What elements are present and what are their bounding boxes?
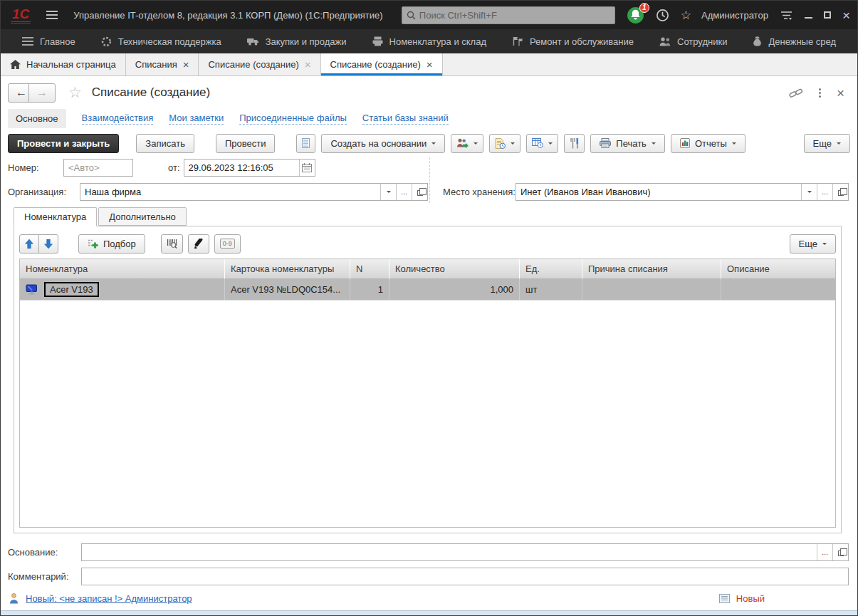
close-form-button[interactable]: × <box>837 86 844 100</box>
storage-dropdown-button[interactable] <box>801 184 817 200</box>
app-window: 1С Управление IT-отделом 8, редакция 3.1… <box>0 0 858 616</box>
menu-item-warehouse[interactable]: Номенклатура и склад <box>372 36 486 47</box>
col-header-reason[interactable]: Причина списания <box>582 259 721 279</box>
serial-numbers-button[interactable]: 0-9 <box>214 234 241 254</box>
menu-item-label: Главное <box>40 36 75 47</box>
menu-item-repair[interactable]: Ремонт и обслуживание <box>512 36 634 47</box>
print-button[interactable]: Печать <box>590 134 665 153</box>
history-button[interactable] <box>656 9 669 22</box>
favorites-button[interactable]: ☆ <box>681 8 691 23</box>
create-based-on-button[interactable]: Создать на основании <box>321 134 445 153</box>
basis-choose-button[interactable]: ... <box>817 544 832 560</box>
global-search[interactable] <box>402 6 615 24</box>
close-tab-icon[interactable]: × <box>427 59 433 70</box>
cell-reason[interactable] <box>582 279 721 300</box>
basis-field[interactable] <box>82 544 817 560</box>
tab-additional[interactable]: Дополнительно <box>98 207 187 226</box>
table-more-button[interactable]: Еще <box>790 234 836 254</box>
cell-unit[interactable]: шт <box>520 279 582 300</box>
number-field[interactable] <box>63 159 133 177</box>
settings-button[interactable] <box>780 10 793 21</box>
table-toolbar: Подбор 0-9 Еще <box>19 231 836 256</box>
comment-field[interactable] <box>81 568 849 585</box>
table-empty-area[interactable] <box>20 301 835 527</box>
menu-item-purchases[interactable]: Закупки и продажи <box>247 36 347 47</box>
tab-nomenclature[interactable]: Номенклатура <box>14 207 97 226</box>
storage-field[interactable] <box>516 184 801 200</box>
forward-button[interactable]: → <box>28 83 56 103</box>
titlebar: 1С Управление IT-отделом 8, редакция 3.1… <box>1 1 857 29</box>
document-history-button[interactable] <box>489 134 520 153</box>
barcode-scan-button[interactable] <box>161 234 183 254</box>
tab-home[interactable]: Начальная страница <box>1 53 126 75</box>
col-header-unit[interactable]: Ед. <box>520 259 582 279</box>
cell-nomenclature[interactable]: Acer V193 <box>20 279 225 300</box>
close-tab-icon[interactable]: × <box>305 59 311 70</box>
cell-card[interactable]: Acer V193 №LDQ0C154... <box>225 279 350 300</box>
registers-button[interactable] <box>526 134 558 153</box>
printer-icon <box>600 138 611 148</box>
tab-spisanie-1[interactable]: Списание (создание) × <box>199 53 320 75</box>
organization-dropdown-button[interactable] <box>380 184 396 200</box>
move-up-button[interactable] <box>19 234 39 254</box>
favorite-star-icon[interactable]: ☆ <box>68 84 82 101</box>
reports-button[interactable]: Отчеты <box>671 134 745 153</box>
service-tools-button[interactable] <box>564 134 585 153</box>
tab-spisanie-2[interactable]: Списание (создание) × <box>321 53 443 75</box>
organization-field[interactable] <box>80 184 380 200</box>
save-button[interactable]: Записать <box>136 134 194 153</box>
cell-n[interactable]: 1 <box>350 279 389 300</box>
tab-spisaniya[interactable]: Списания × <box>126 53 199 75</box>
menu-item-main[interactable]: Главное <box>22 36 75 47</box>
menu-item-employees[interactable]: Сотрудники <box>659 36 727 47</box>
navlink-knowledge-base[interactable]: Статьи базы знаний <box>362 113 449 125</box>
document-state-text: Новый <box>736 593 765 604</box>
table-row[interactable]: Acer V193 Acer V193 №LDQ0C154... 1 1,000… <box>20 279 835 301</box>
storage-choose-button[interactable]: ... <box>817 184 832 200</box>
col-header-nomenclature[interactable]: Номенклатура <box>20 259 225 279</box>
organization-choose-button[interactable]: ... <box>396 184 412 200</box>
form-statusbar: Новый: <не записан !> Администратор Новы… <box>8 586 850 610</box>
current-user[interactable]: Администратор <box>701 10 768 21</box>
pick-button[interactable]: Подбор <box>78 234 145 254</box>
search-input[interactable] <box>419 10 610 21</box>
more-menu-icon[interactable] <box>819 88 821 90</box>
organization-open-button[interactable] <box>412 184 427 200</box>
col-header-card[interactable]: Карточка номенклатуры <box>225 259 350 279</box>
menu-item-money[interactable]: Денежные сред <box>753 36 836 47</box>
navlink-interactions[interactable]: Взаимодействия <box>82 113 154 125</box>
basis-open-button[interactable] <box>832 544 848 560</box>
document-structure-button[interactable] <box>296 134 315 153</box>
link-icon[interactable] <box>789 88 803 98</box>
col-header-quantity[interactable]: Количество <box>389 259 520 279</box>
date-field[interactable] <box>184 160 299 176</box>
menu-item-label: Номенклатура и склад <box>389 36 486 47</box>
close-window-button[interactable]: × <box>842 9 850 22</box>
minimize-button[interactable] <box>805 12 812 19</box>
storage-open-button[interactable] <box>832 184 848 200</box>
maximize-button[interactable] <box>824 11 831 19</box>
navlink-main[interactable]: Основное <box>8 109 66 128</box>
cell-description[interactable] <box>721 279 835 300</box>
navlink-notes[interactable]: Мои заметки <box>169 113 224 125</box>
current-cell-value[interactable]: Acer V193 <box>44 282 99 297</box>
notifications-button[interactable]: 1 <box>627 6 644 24</box>
move-down-button[interactable] <box>38 234 58 254</box>
document-state-link[interactable]: Новый: <не записан !> Администратор <box>26 593 192 604</box>
main-menu-icon[interactable] <box>46 11 58 19</box>
col-header-n[interactable]: N <box>350 259 389 279</box>
navlink-attachments[interactable]: Присоединенные файлы <box>239 113 347 125</box>
col-header-description[interactable]: Описание <box>721 259 835 279</box>
post-and-close-button[interactable]: Провести и закрыть <box>8 134 119 153</box>
assign-responsible-button[interactable] <box>451 134 483 153</box>
post-button[interactable]: Провести <box>216 134 276 153</box>
digits-icon: 0-9 <box>220 239 235 249</box>
calendar-button[interactable] <box>299 160 315 176</box>
cell-quantity[interactable]: 1,000 <box>389 279 520 300</box>
more-actions-button[interactable]: Еще <box>804 134 850 153</box>
number-label: Номер: <box>8 162 63 173</box>
menu-item-support[interactable]: Техническая поддержка <box>101 36 221 47</box>
close-tab-icon[interactable]: × <box>183 59 189 70</box>
basis-row: Основание: ... <box>8 542 850 562</box>
data-collection-terminal-button[interactable] <box>188 234 209 254</box>
